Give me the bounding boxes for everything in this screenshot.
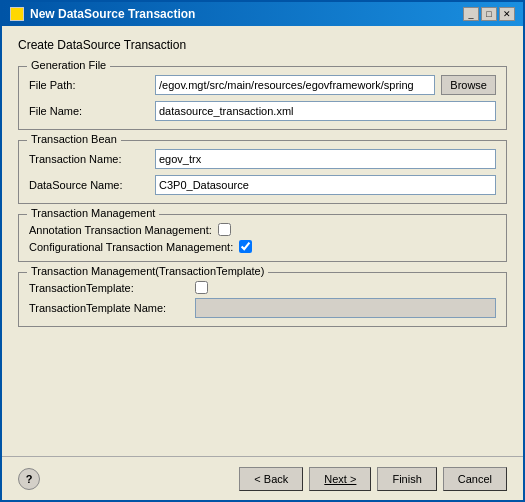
next-button[interactable]: Next >: [309, 467, 371, 491]
transaction-template-group: Transaction Management(TransactionTempla…: [18, 272, 507, 327]
content-area: Create DataSource Transaction Generation…: [2, 26, 523, 456]
file-name-label: File Name:: [29, 105, 149, 117]
window-title: New DataSource Transaction: [30, 7, 195, 21]
template-row: TransactionTemplate:: [29, 281, 496, 294]
configurational-label: Configurational Transaction Management:: [29, 241, 233, 253]
configurational-checkbox[interactable]: [239, 240, 252, 253]
cancel-button[interactable]: Cancel: [443, 467, 507, 491]
close-button[interactable]: ✕: [499, 7, 515, 21]
title-bar: New DataSource Transaction _ □ ✕: [2, 2, 523, 26]
datasource-name-row: DataSource Name:: [29, 175, 496, 195]
main-window: New DataSource Transaction _ □ ✕ Create …: [0, 0, 525, 502]
template-name-row: TransactionTemplate Name:: [29, 298, 496, 318]
transaction-template-group-label: Transaction Management(TransactionTempla…: [27, 265, 268, 277]
template-label: TransactionTemplate:: [29, 282, 189, 294]
datasource-name-label: DataSource Name:: [29, 179, 149, 191]
footer-right: < Back Next > Finish Cancel: [239, 467, 507, 491]
maximize-button[interactable]: □: [481, 7, 497, 21]
template-checkbox[interactable]: [195, 281, 208, 294]
minimize-button[interactable]: _: [463, 7, 479, 21]
generation-file-label: Generation File: [27, 59, 110, 71]
back-button[interactable]: < Back: [239, 467, 303, 491]
help-button[interactable]: ?: [18, 468, 40, 490]
file-path-input[interactable]: [155, 75, 435, 95]
finish-button[interactable]: Finish: [377, 467, 436, 491]
annotation-checkbox[interactable]: [218, 223, 231, 236]
file-path-row: File Path: Browse: [29, 75, 496, 95]
transaction-name-label: Transaction Name:: [29, 153, 149, 165]
annotation-row: Annotation Transaction Management:: [29, 223, 496, 236]
browse-button[interactable]: Browse: [441, 75, 496, 95]
file-name-input[interactable]: [155, 101, 496, 121]
transaction-management-group: Transaction Management Annotation Transa…: [18, 214, 507, 262]
template-name-input[interactable]: [195, 298, 496, 318]
transaction-name-row: Transaction Name:: [29, 149, 496, 169]
page-title: Create DataSource Transaction: [18, 38, 507, 56]
title-bar-buttons: _ □ ✕: [463, 7, 515, 21]
file-path-label: File Path:: [29, 79, 149, 91]
footer: ? < Back Next > Finish Cancel: [2, 456, 523, 500]
transaction-management-label: Transaction Management: [27, 207, 159, 219]
window-icon: [10, 7, 24, 21]
template-name-label: TransactionTemplate Name:: [29, 302, 189, 314]
file-name-row: File Name:: [29, 101, 496, 121]
transaction-bean-group: Transaction Bean Transaction Name: DataS…: [18, 140, 507, 204]
generation-file-group: Generation File File Path: Browse File N…: [18, 66, 507, 130]
datasource-name-input[interactable]: [155, 175, 496, 195]
transaction-name-input[interactable]: [155, 149, 496, 169]
transaction-bean-label: Transaction Bean: [27, 133, 121, 145]
title-bar-text: New DataSource Transaction: [10, 7, 195, 21]
configurational-row: Configurational Transaction Management:: [29, 240, 496, 253]
footer-left: ?: [18, 468, 40, 490]
annotation-label: Annotation Transaction Management:: [29, 224, 212, 236]
